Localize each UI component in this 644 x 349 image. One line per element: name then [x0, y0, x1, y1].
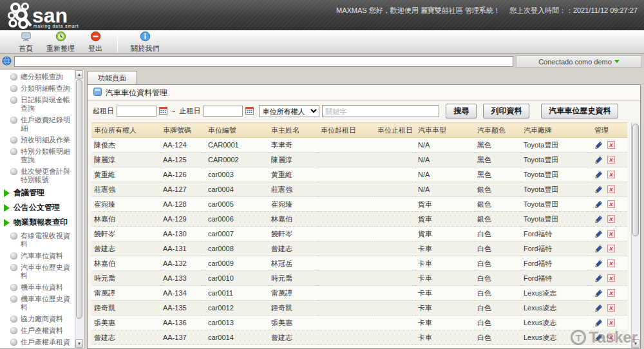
table-scrollbar[interactable]: ▼ [631, 122, 639, 348]
filter-bar: 起租日 ~ 止租日 車位所有權人 搜尋 列印資料 汽車車位歷史資料 [88, 101, 640, 121]
sidebar-item[interactable]: 預收明細及作業 [0, 134, 75, 146]
table-cell: AA-138 [160, 345, 205, 349]
edit-icon[interactable] [594, 171, 603, 179]
delete-icon[interactable]: X [607, 289, 615, 297]
edit-icon[interactable] [594, 245, 603, 253]
sidebar-item[interactable]: 住戶產權承租資料 [0, 336, 75, 347]
sidebar-item[interactable]: 住戶產權資料 [0, 325, 75, 336]
sidebar-item[interactable]: 機車車位歷史資料 [0, 293, 75, 313]
manage-cell: X [592, 271, 627, 286]
table-scroll-thumb[interactable] [632, 124, 639, 236]
edit-icon[interactable] [594, 200, 603, 209]
scroll-up-icon[interactable]: ▲ [75, 70, 83, 79]
delete-icon[interactable]: X [607, 215, 615, 223]
table-cell: car0015 [205, 345, 269, 349]
delete-icon[interactable]: X [607, 304, 615, 312]
table-cell: 陳麗淳 [91, 153, 160, 167]
edit-icon[interactable] [594, 230, 603, 238]
sidebar-item[interactable]: 特別分類帳明細查詢 [0, 146, 75, 165]
sidebar-item[interactable]: 汽車車位歷史資料 [0, 261, 75, 281]
logout-button[interactable]: 登出 [79, 30, 112, 54]
delete-icon[interactable]: X [607, 319, 615, 326]
keyword-input[interactable] [322, 105, 439, 117]
search-field-select[interactable]: 車位所有權人 [259, 105, 319, 117]
connection-status[interactable]: Conectado como demo [516, 55, 642, 68]
edit-icon[interactable] [594, 334, 603, 342]
table-cell: 白色 [475, 241, 521, 256]
table-row: 曾建志AA-131car0008曾建志卡車白色Ford福特X [91, 241, 627, 256]
sidebar-item[interactable]: 協力廠商資料 [0, 313, 75, 325]
sidebar-scroll-thumb[interactable] [76, 79, 82, 319]
delete-icon[interactable]: X [607, 230, 615, 238]
car-history-button[interactable]: 汽車車位歷史資料 [541, 104, 618, 118]
table-cell: 卡車 [415, 256, 475, 271]
table-cell: 黃重維 [91, 167, 160, 182]
scroll-down-icon[interactable]: ▼ [75, 339, 83, 348]
sidebar-item[interactable]: 批次變更會計與特別帳號 [0, 165, 75, 185]
delete-icon[interactable]: X [607, 171, 615, 178]
edit-icon[interactable] [594, 304, 603, 312]
table-cell [318, 212, 375, 227]
bullet-icon [10, 73, 17, 80]
search-button[interactable]: 搜尋 [446, 104, 477, 118]
delete-icon[interactable]: X [607, 141, 615, 149]
sidebar-item[interactable]: 住戶繳費紀錄明細 [0, 114, 75, 134]
delete-icon[interactable]: X [607, 274, 615, 282]
sidebar-item-label: 批次變更會計與特別帳號 [21, 167, 75, 184]
edit-icon[interactable] [594, 185, 603, 194]
table-cell: Lexus凌志 [521, 301, 592, 316]
edit-icon[interactable] [594, 141, 603, 149]
table-cell: car0012 [205, 301, 269, 316]
edit-icon[interactable] [594, 289, 603, 297]
start-date-input[interactable] [117, 106, 156, 117]
table-cell: 林嘉伯 [91, 256, 160, 271]
table-cell: 銀色 [475, 182, 521, 197]
delete-icon[interactable]: X [607, 185, 615, 193]
edit-icon[interactable] [594, 348, 603, 349]
table-cell: 黃重維 [269, 167, 318, 182]
sidebar-item[interactable]: 日記帳與現金帳查詢 [0, 94, 75, 114]
table-cell: Lexus凌志 [521, 330, 592, 345]
address-input[interactable] [14, 56, 513, 67]
home-button-label: 首頁 [19, 44, 33, 53]
home-button[interactable]: 首頁 [9, 31, 43, 54]
delete-icon[interactable]: X [607, 334, 615, 341]
table-cell: 白色 [475, 271, 521, 286]
delete-icon[interactable]: X [607, 156, 615, 164]
about-button[interactable]: 關於我們 [127, 30, 163, 54]
end-date-input[interactable] [203, 106, 243, 117]
sidebar-item[interactable]: 有線電視收視資料 [0, 230, 75, 250]
edit-icon[interactable] [594, 215, 603, 223]
sidebar-item[interactable]: 總分類帳查詢 [0, 71, 75, 82]
edit-icon[interactable] [594, 274, 603, 283]
table-row: 雷萬譚AA-134car0011雷萬譚卡車白色Lexus凌志X [91, 286, 627, 301]
refresh-button[interactable]: 重新整理 [43, 30, 79, 54]
edit-icon[interactable] [594, 319, 603, 327]
sidebar-group[interactable]: 會議管理 [0, 185, 75, 200]
expand-arrow-icon [4, 204, 10, 212]
delete-icon[interactable]: X [607, 245, 615, 252]
end-calendar-icon[interactable] [245, 106, 254, 116]
tab-function-page[interactable]: 功能頁面 [87, 71, 137, 84]
sidebar-item[interactable]: 分類明細帳查詢 [0, 82, 75, 94]
table-row: 曾建志AA-137car0014曾建志卡車白色Lexus凌志X [91, 330, 627, 345]
print-button[interactable]: 列印資料 [483, 104, 529, 118]
table-cell: 鍾奇凱 [91, 301, 160, 316]
table-cell: 銀色 [475, 212, 521, 227]
sidebar-group[interactable]: 物業類報表查印 [0, 215, 75, 230]
sidebar-scrollbar[interactable]: ▲ ▼ [75, 70, 83, 348]
table-cell: AA-126 [160, 167, 205, 182]
table-scroll-down-icon[interactable]: ▼ [632, 339, 639, 348]
sidebar-group[interactable]: 公告公文管理 [0, 200, 75, 215]
start-calendar-icon[interactable] [159, 106, 167, 116]
edit-icon[interactable] [594, 259, 603, 268]
delete-icon[interactable]: X [607, 259, 615, 267]
sidebar-item[interactable]: 機車車位資料 [0, 281, 75, 293]
edit-icon[interactable] [594, 156, 603, 164]
table-cell: 饒軒岑 [91, 227, 160, 241]
delete-icon[interactable]: X [607, 200, 615, 208]
sidebar-item[interactable]: 汽車車位資料 [0, 250, 75, 261]
sidebar-item-label: 有線電視收視資料 [21, 232, 75, 249]
table-cell: Lexus凌志 [521, 286, 592, 301]
bullet-icon [10, 316, 17, 323]
